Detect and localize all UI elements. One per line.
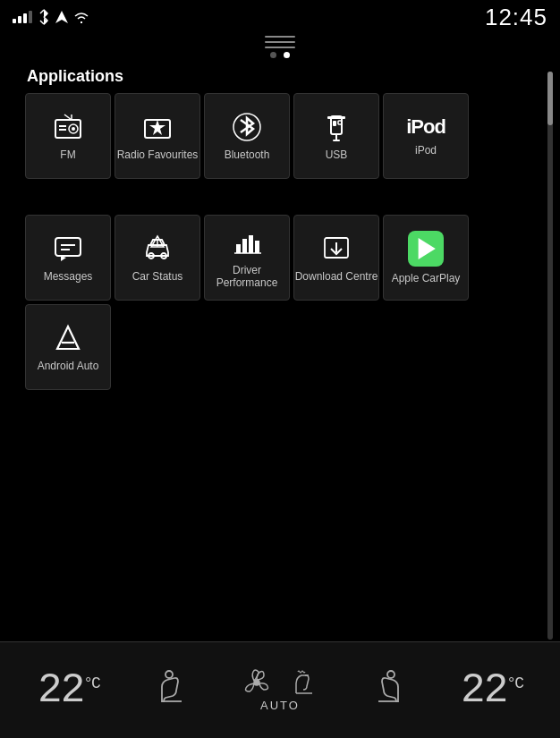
radio-fav-icon — [141, 111, 174, 143]
usb-label: USB — [326, 148, 348, 161]
fan-icon[interactable] — [242, 668, 271, 697]
temp-left-value: 22 — [38, 667, 83, 714]
seat-heat-icon[interactable] — [289, 668, 318, 697]
auto-label: AUTO — [260, 699, 300, 712]
svg-point-40 — [387, 671, 395, 678]
android-auto-label: Android Auto — [38, 360, 99, 372]
svg-rect-19 — [55, 238, 81, 256]
svg-point-5 — [72, 127, 75, 131]
temp-left: 22 °C — [38, 667, 99, 714]
signal-icon — [13, 11, 32, 23]
download-centre-label: Download Centre — [295, 270, 378, 283]
bluetooth-label: Bluetooth — [225, 148, 270, 161]
android-auto-icon — [52, 322, 84, 354]
svg-rect-30 — [249, 235, 253, 253]
seat-right-icon[interactable] — [375, 669, 403, 711]
carplay-label: Apple CarPlay — [392, 272, 461, 284]
svg-rect-17 — [333, 121, 336, 126]
svg-marker-11 — [149, 120, 165, 135]
climate-icons — [242, 668, 318, 697]
svg-line-1 — [40, 21, 44, 24]
car-status-icon — [141, 233, 174, 265]
navigation-icon — [55, 11, 68, 23]
page-dot-2[interactable] — [284, 52, 290, 58]
car-status-label: Car Status — [132, 270, 183, 283]
app-tile-radio-favourites[interactable]: Radio Favourites — [115, 93, 200, 179]
climate-center: AUTO — [242, 668, 318, 712]
app-tile-download-centre[interactable]: Download Centre — [293, 215, 379, 301]
carplay-icon — [408, 231, 444, 267]
drag-line-3 — [265, 47, 295, 48]
app-grid-row2: Messages Car Status — [0, 215, 560, 390]
svg-rect-31 — [255, 241, 259, 253]
svg-rect-7 — [59, 129, 66, 131]
temp-right-value: 22 — [461, 667, 506, 714]
scrollbar[interactable] — [547, 72, 553, 640]
svg-rect-16 — [333, 140, 340, 141]
svg-point-38 — [165, 671, 173, 678]
svg-rect-18 — [338, 121, 342, 124]
app-tile-ipod[interactable]: iPod iPod — [383, 93, 469, 179]
messages-label: Messages — [44, 270, 93, 283]
svg-line-0 — [40, 10, 44, 13]
clock: 12:45 — [485, 4, 547, 31]
radio-fav-label: Radio Favourites — [117, 148, 199, 161]
ipod-label: iPod — [415, 144, 437, 157]
svg-rect-28 — [236, 244, 241, 253]
bluetooth-status-icon — [38, 9, 50, 25]
temp-right: 22 °C — [461, 667, 522, 714]
ipod-icon: iPod — [406, 115, 445, 139]
svg-rect-14 — [327, 116, 345, 119]
svg-marker-2 — [55, 11, 68, 23]
app-tile-carplay[interactable]: Apple CarPlay — [383, 215, 469, 301]
app-tile-bluetooth[interactable]: Bluetooth — [204, 93, 290, 179]
driver-perf-label: Driver Performance — [205, 264, 289, 290]
page-indicator — [0, 52, 560, 58]
scrollbar-thumb[interactable] — [547, 72, 553, 125]
drag-line-1 — [265, 36, 295, 38]
app-tile-driver-performance[interactable]: Driver Performance — [204, 215, 290, 301]
fm-label: FM — [60, 148, 75, 161]
page-dot-1[interactable] — [270, 52, 276, 58]
usb-icon — [320, 111, 352, 143]
grid-spacer — [0, 188, 560, 215]
temp-right-unit: °C — [506, 674, 522, 692]
drag-line-2 — [265, 41, 295, 43]
app-tile-messages[interactable]: Messages — [25, 215, 111, 301]
svg-point-27 — [157, 245, 158, 247]
section-title-applications: Applications — [0, 64, 560, 93]
messages-icon — [52, 233, 84, 265]
bluetooth-app-icon — [231, 111, 263, 143]
app-tile-android-auto[interactable]: Android Auto — [25, 304, 111, 390]
svg-rect-29 — [242, 239, 247, 253]
fm-icon — [52, 111, 84, 143]
status-icons — [13, 9, 89, 25]
drag-handle[interactable] — [0, 36, 560, 48]
svg-rect-6 — [59, 125, 66, 127]
app-tile-fm[interactable]: FM — [25, 93, 111, 179]
temp-left-unit: °C — [83, 674, 99, 692]
svg-marker-36 — [419, 238, 436, 259]
app-tile-usb[interactable]: USB — [293, 93, 379, 179]
driver-perf-icon — [231, 226, 263, 259]
wifi-icon — [73, 11, 89, 23]
seat-left-icon[interactable] — [157, 669, 185, 711]
status-bar: 12:45 — [0, 0, 560, 32]
download-icon — [320, 233, 352, 265]
app-grid-row1: FM Radio Favourites Bluetooth — [0, 93, 560, 179]
climate-bar: 22 °C — [0, 641, 560, 738]
app-tile-car-status[interactable]: Car Status — [115, 215, 200, 301]
